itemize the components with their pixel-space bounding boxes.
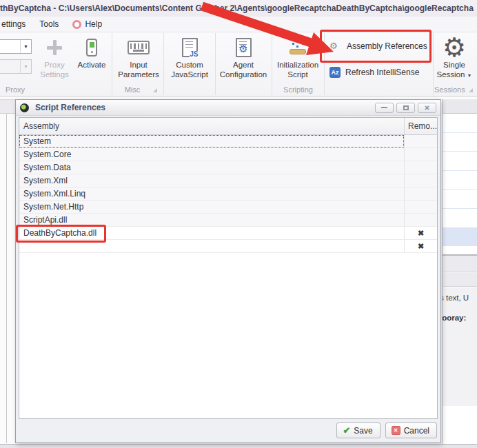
- background-pane-header: [0, 99, 15, 114]
- menu-help-label: Help: [85, 19, 102, 29]
- help-icon: [72, 20, 81, 29]
- table-row[interactable]: DeathByCaptcha.dll ✖: [19, 227, 437, 240]
- grid-line: [443, 132, 477, 133]
- single-session-label: Single Session: [436, 61, 465, 79]
- table-row[interactable]: ScriptApi.dll: [19, 214, 437, 227]
- background-toolbar-strip: [443, 254, 477, 272]
- ribbon-group-misc: Misc: [112, 85, 153, 94]
- grid-line: [443, 170, 477, 171]
- proxy-settings-icon: [45, 39, 63, 57]
- dialog-title: Script References: [35, 103, 372, 112]
- background-help-panel: s text, U looray:: [443, 287, 477, 406]
- app-window: thByCaptcha - C:\Users\Alex\Documents\Co…: [0, 0, 477, 448]
- background-toolbar-strip: [443, 272, 477, 287]
- javascript-document-icon: JS: [182, 38, 198, 57]
- keyboard-icon: [128, 41, 150, 54]
- group-expand-icon[interactable]: [469, 88, 473, 92]
- menubar: ettings Tools Help: [0, 17, 477, 32]
- refresh-intellisense-button[interactable]: Az Refresh IntelliSense: [329, 63, 430, 81]
- group-expand-icon[interactable]: [153, 88, 157, 92]
- session-gear-icon: ⚙: [443, 35, 466, 60]
- proxy-combo[interactable]: ▼: [0, 39, 32, 54]
- script-references-dialog: Script References ✕ Assembly Remo... Sys…: [15, 99, 441, 443]
- dialog-titlebar[interactable]: Script References ✕: [16, 100, 440, 116]
- gear-document-icon: ⚙: [236, 38, 252, 57]
- assembly-references-button[interactable]: ⚙ Assembly References: [329, 37, 430, 55]
- background-selected-row: [443, 227, 477, 246]
- grid-line: [443, 151, 477, 152]
- input-parameters-button[interactable]: Input Parameters: [116, 34, 161, 85]
- dialog-icon: [20, 103, 29, 112]
- background-pane-divider: [6, 114, 7, 443]
- menu-settings[interactable]: ettings: [0, 17, 32, 32]
- table-row[interactable]: System.Core: [19, 148, 437, 161]
- background-statusbar: [0, 444, 477, 448]
- intellisense-icon: Az: [329, 67, 341, 78]
- assembly-gear-icon: ⚙: [329, 41, 342, 52]
- initialization-script-button[interactable]: Initialization Script: [274, 34, 322, 85]
- close-icon: ✕: [424, 104, 429, 112]
- table-header: Assembly Remo...: [19, 118, 437, 135]
- dialog-footer: ✔ Save ✕ Cancel: [19, 421, 438, 440]
- grid-line: [443, 208, 477, 209]
- ribbon-group-proxy: Proxy: [6, 85, 25, 94]
- combo-arrow-icon[interactable]: ▼: [20, 40, 31, 53]
- activate-button[interactable]: Activate: [74, 34, 110, 85]
- activate-label: Activate: [78, 61, 106, 70]
- dropdown-arrow-icon: ▼: [467, 73, 472, 78]
- proxy-settings-button: Proxy Settings: [36, 34, 73, 85]
- cancel-x-icon: ✕: [392, 426, 400, 435]
- grid-line: [443, 189, 477, 190]
- check-icon: ✔: [343, 425, 350, 436]
- save-label: Save: [354, 426, 372, 436]
- minimize-button[interactable]: [375, 103, 394, 113]
- input-parameters-label: Input Parameters: [116, 61, 161, 79]
- background-grid-header: [442, 99, 477, 114]
- titlebar: thByCaptcha - C:\Users\Alex\Documents\Co…: [0, 0, 477, 17]
- table-row[interactable]: ✖: [19, 240, 437, 253]
- proxy-settings-label: Proxy Settings: [36, 61, 73, 79]
- table-row[interactable]: System.Net.Http: [19, 201, 437, 214]
- agent-configuration-label: Agent Configuration: [217, 61, 270, 79]
- initialization-script-label: Initialization Script: [274, 61, 322, 79]
- magic-wand-icon: [288, 38, 307, 57]
- column-header-remove[interactable]: Remo...: [404, 118, 437, 134]
- maximize-button[interactable]: [396, 103, 415, 113]
- agent-configuration-button[interactable]: ⚙ Agent Configuration: [217, 34, 270, 85]
- column-header-assembly[interactable]: Assembly: [19, 118, 404, 134]
- table-row[interactable]: System.Data: [19, 161, 437, 174]
- refresh-intellisense-label: Refresh IntelliSense: [345, 68, 419, 77]
- ribbon-group-scripting: Scripting: [163, 85, 433, 94]
- table-row[interactable]: System.Xml.Linq: [19, 187, 437, 201]
- proxy-combo-secondary: ▼: [0, 59, 32, 74]
- ribbon-group-sessions: Sessions: [434, 85, 465, 94]
- cancel-button[interactable]: ✕ Cancel: [385, 422, 437, 438]
- close-button[interactable]: ✕: [418, 103, 436, 113]
- maximize-icon: [403, 105, 409, 110]
- background-partial-text: looray:: [443, 314, 466, 322]
- window-title: thByCaptcha - C:\Users\Alex\Documents\Co…: [0, 3, 477, 13]
- menu-tools[interactable]: Tools: [32, 17, 65, 32]
- assembly-table: Assembly Remo... System System.Core Syst…: [19, 117, 438, 419]
- ribbon-toolbar: ▼ ▼ Proxy Settings Activate Input Parame…: [0, 32, 477, 96]
- cancel-label: Cancel: [404, 426, 429, 436]
- combo-arrow-icon: ▼: [20, 60, 31, 73]
- single-session-button[interactable]: ⚙ Single Session ▼: [433, 34, 476, 85]
- save-button[interactable]: ✔ Save: [336, 422, 380, 438]
- custom-javascript-label: Custom JavaScript: [166, 61, 213, 79]
- menu-help[interactable]: Help: [65, 17, 109, 32]
- assembly-references-label: Assembly References: [347, 41, 427, 51]
- remove-icon[interactable]: ✖: [418, 243, 424, 250]
- background-partial-text: s text, U: [443, 294, 469, 302]
- remove-icon[interactable]: ✖: [418, 230, 424, 237]
- custom-javascript-button[interactable]: JS Custom JavaScript: [166, 34, 213, 85]
- table-row[interactable]: System.Xml: [19, 174, 437, 187]
- table-row[interactable]: System: [19, 135, 437, 148]
- minimize-icon: [381, 107, 387, 108]
- activate-icon: [86, 39, 97, 57]
